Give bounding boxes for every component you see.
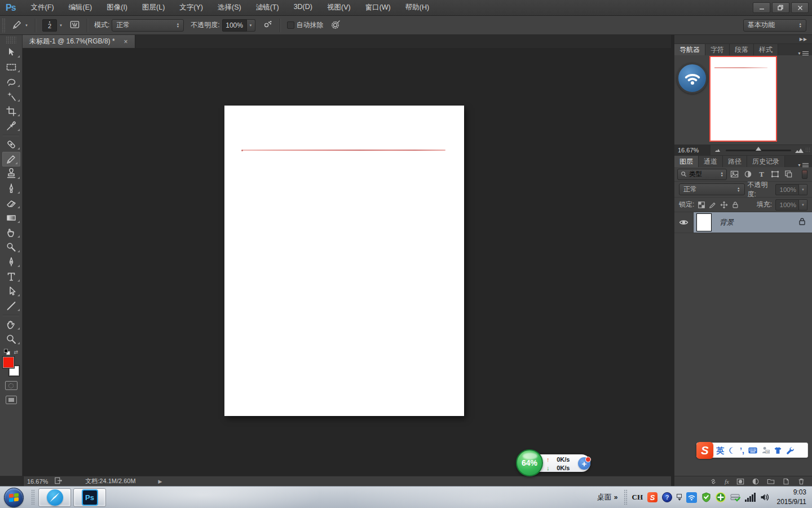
brush-picker-arrow[interactable]: ▼ (59, 24, 63, 27)
line-tool[interactable] (0, 299, 23, 313)
menu-item[interactable]: 帮助(H) (398, 3, 436, 12)
filter-shape-layers-icon[interactable] (769, 169, 781, 180)
magic-wand-tool[interactable] (0, 89, 23, 104)
screen-mode-button[interactable] (6, 396, 17, 404)
status-options-arrow[interactable]: ▶ (142, 479, 162, 484)
airbrush-toggle[interactable] (259, 19, 276, 32)
skin-icon[interactable] (774, 446, 782, 454)
layer-visibility-toggle[interactable] (674, 212, 694, 233)
panel-resize-grip[interactable] (805, 147, 811, 153)
layer-thumbnail[interactable] (696, 213, 712, 231)
lock-transparency-icon[interactable] (698, 201, 705, 209)
lock-position-icon[interactable] (720, 201, 728, 209)
language-indicator[interactable]: CH (632, 493, 643, 502)
swap-colors-icon[interactable]: ⇄ (14, 349, 18, 355)
taskbar-photoshop-button[interactable]: Ps (73, 488, 106, 507)
punctuation-button[interactable]: ’, (740, 446, 744, 454)
layer-opacity-dropdown[interactable]: 100% ▼ (775, 184, 807, 195)
input-mode-button[interactable]: 英 (716, 446, 724, 454)
menu-item[interactable]: 视图(V) (320, 3, 358, 12)
filter-type-dropdown[interactable]: 类型 ▲▼ (677, 169, 727, 180)
clone-stamp-tool[interactable] (0, 167, 23, 181)
crop-tool[interactable] (0, 104, 23, 119)
zoom-level-field[interactable]: 16.67% (24, 478, 55, 485)
layer-name[interactable]: 背景 (720, 218, 734, 227)
panel-tab[interactable]: 路径 (723, 156, 747, 167)
wifi-hotspot-floating-icon[interactable] (677, 63, 708, 94)
collapse-panels-bar[interactable]: ▶▶ (674, 35, 812, 44)
panel-tab[interactable]: 导航器 (674, 44, 705, 55)
status-info-icon[interactable] (55, 477, 63, 485)
delete-layer-icon[interactable] (797, 478, 805, 485)
move-tool[interactable] (0, 45, 23, 60)
menu-item[interactable]: 选择(S) (210, 3, 249, 12)
panel-tab[interactable]: 段落 (730, 44, 754, 55)
panel-tab[interactable]: 通道 (699, 156, 723, 167)
history-brush-tool[interactable] (0, 181, 23, 196)
desktop-toolbar-label[interactable]: 桌面 (597, 492, 612, 502)
lock-all-icon[interactable] (731, 201, 739, 209)
minimize-button[interactable] (753, 2, 770, 13)
opacity-dropdown-arrow[interactable]: ▼ (247, 19, 255, 32)
panel-tab[interactable]: 样式 (754, 44, 778, 55)
layer-blend-mode-dropdown[interactable]: 正常 ▲▼ (679, 183, 745, 195)
pressure-opacity-toggle[interactable] (327, 19, 345, 32)
safety-ball-icon[interactable] (716, 492, 726, 502)
settings-wrench-icon[interactable] (786, 446, 794, 454)
restore-button[interactable] (772, 2, 789, 13)
layer-styles-icon[interactable]: fx (725, 478, 729, 485)
layer-fill-dropdown[interactable]: 100% ▼ (775, 199, 807, 211)
blend-mode-dropdown[interactable]: 正常 ▲▼ (112, 19, 184, 32)
toolbar-overflow-chevron[interactable]: » (614, 493, 618, 501)
menu-item[interactable]: 窗口(W) (358, 3, 398, 12)
fullhalf-moon-icon[interactable] (728, 446, 736, 454)
taskbar-grip[interactable] (31, 489, 35, 505)
slider-thumb[interactable] (756, 147, 761, 151)
layers-empty-area[interactable] (674, 233, 812, 476)
user-lexicon-icon[interactable]: 13 (761, 446, 770, 454)
start-button[interactable] (4, 488, 24, 507)
filter-smart-objects-icon[interactable] (783, 169, 795, 180)
menu-item[interactable]: 文件(F) (24, 3, 61, 12)
sogou-logo[interactable]: S (696, 442, 713, 459)
spot-healing-brush-tool[interactable] (0, 137, 23, 152)
filter-pixel-layers-icon[interactable] (729, 169, 740, 180)
navigator-zoom-slider[interactable] (726, 150, 791, 151)
dodge-tool[interactable] (0, 240, 23, 255)
rectangular-marquee-tool[interactable] (0, 60, 23, 75)
path-selection-tool[interactable] (0, 284, 23, 299)
lasso-tool[interactable] (0, 75, 23, 89)
show-hidden-icons-button[interactable] (677, 494, 682, 501)
disk-sync-icon[interactable] (730, 493, 740, 502)
menu-item[interactable]: 图层(L) (135, 3, 172, 12)
menu-item[interactable]: 文字(Y) (172, 3, 210, 12)
panel-menu-icon[interactable]: ▼ (797, 51, 812, 55)
layer-row-background[interactable]: 背景 (674, 212, 812, 233)
wifi-tray-icon[interactable] (686, 492, 697, 503)
panel-tab[interactable]: 字符 (705, 44, 730, 55)
document-page[interactable] (224, 106, 464, 416)
navigator-thumbnail[interactable] (709, 56, 777, 142)
sogou-tray-icon[interactable]: S (647, 492, 657, 502)
taskbar-browser-button[interactable] (38, 488, 71, 507)
menu-item[interactable]: 编辑(E) (61, 3, 100, 12)
zoom-out-icon[interactable] (715, 148, 722, 152)
taskbar-clock[interactable]: 9:03 2015/9/11 (777, 488, 807, 507)
brush-size-field[interactable]: 2 (42, 19, 57, 32)
add-layer-mask-icon[interactable] (736, 478, 744, 485)
menu-item[interactable]: 图像(I) (99, 3, 135, 12)
new-layer-icon[interactable] (782, 478, 790, 485)
menu-item[interactable]: 3D(D) (286, 3, 320, 12)
auto-erase-checkbox[interactable] (287, 21, 294, 29)
default-colors-icon[interactable] (4, 349, 10, 355)
workspace-switcher-dropdown[interactable]: 基本功能 ▲▼ (743, 19, 806, 32)
hand-tool[interactable] (0, 317, 23, 332)
antivirus-shield-icon[interactable] (701, 492, 711, 502)
menu-item[interactable]: 滤镜(T) (249, 3, 286, 12)
toggle-brush-panel-button[interactable] (66, 19, 83, 32)
opacity-field[interactable]: 100% (222, 19, 247, 32)
options-bar-grip[interactable] (2, 18, 6, 33)
panel-menu-icon[interactable]: ▼ (797, 163, 812, 167)
eyedropper-tool[interactable] (0, 119, 23, 133)
tool-preset-picker[interactable]: ▼ (8, 19, 32, 32)
